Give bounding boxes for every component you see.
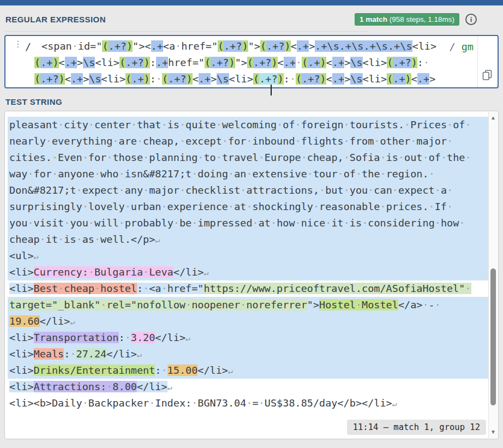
test-line: <li><b>Daily·Backpacker·Index:·BGN73.04·… [8, 395, 488, 411]
regex-input-editor[interactable]: ⋮ / / gm <span·id="(.+?)"><.+<a·href="(.… [4, 35, 499, 88]
test-line: way·for·anyone·who·isn&#8217;t·doing·an·… [8, 166, 488, 182]
scroll-up-arrow-icon[interactable]: ▲ [489, 113, 498, 123]
regex-flags-area: / gm [449, 39, 474, 55]
regex-panel-header: REGULAR EXPRESSION 1 match (958 steps, 1… [0, 5, 503, 30]
newline-glyph: ↵ [155, 235, 160, 245]
test-line: cities.·Even·for·those·planning·to·trave… [8, 150, 488, 166]
newline-glyph: ↵ [70, 317, 75, 327]
newline-glyph: ↵ [167, 383, 172, 392]
cursor-position-status: 11:14 — match 1, group 12 [347, 420, 486, 435]
regex-panel-title: REGULAR EXPRESSION [5, 15, 106, 24]
test-string-lines: pleasant·city·center·that·is·quite·welco… [5, 111, 488, 411]
test-line: <li>Transportation:·3.20</li>↵ [8, 330, 488, 346]
test-line: target="_blank"·rel="nofollow·noopener·n… [8, 297, 488, 313]
test-line: 19.60</li>↵ [8, 313, 488, 330]
test-string-header: TEST STRING [0, 88, 503, 111]
test-string-title: TEST STRING [5, 97, 62, 106]
top-accent-bar [0, 0, 503, 5]
newline-glyph: ↵ [392, 399, 397, 409]
scrollbar-thumb[interactable] [490, 268, 496, 405]
match-steps: (958 steps, 1.18ms) [387, 15, 454, 23]
info-icon[interactable]: i [465, 14, 477, 25]
test-line: Don&#8217;t·expect·any·major·checklist·a… [8, 182, 488, 199]
newline-glyph: ↵ [185, 333, 190, 343]
copy-regex-button[interactable] [481, 69, 494, 82]
test-line: <ul>↵ [8, 248, 488, 264]
vertical-scrollbar[interactable]: ▲ ▼ [488, 112, 498, 438]
match-result-badge[interactable]: 1 match (958 steps, 1.18ms) [355, 13, 459, 26]
newline-glyph: ↵ [137, 350, 142, 360]
test-string-editor[interactable]: pleasant·city·center·that·is·quite·welco… [4, 111, 499, 439]
regex-flags: gm [462, 41, 474, 52]
newline-glyph: ↵ [228, 366, 233, 376]
match-count: 1 match [360, 15, 387, 23]
regex-line: <span·id="(.+?)"><.+<a·href="(.+?)">(.+?… [41, 38, 476, 55]
copy-icon [481, 69, 493, 81]
regex-open-delimiter: / [25, 39, 31, 55]
test-line: you·visit·you·will·probably·be·impressed… [8, 215, 488, 231]
scroll-down-arrow-icon[interactable]: ▼ [489, 427, 498, 437]
test-line: cheap·it·is·as·well.</p>↵ [8, 231, 488, 248]
test-line: surprisingly·lovely·urban·experience·at·… [8, 199, 488, 215]
test-line: <li>Drinks/Entertainment:·15.00</li>↵ [8, 362, 488, 379]
regex-line: (.+?)<.+>\s<li>(.+):·(.+?)<.+>\s<li>(.+?… [34, 71, 476, 87]
flags-gap [456, 41, 462, 52]
test-line: <li>Best·cheap·hostel:·<a·href="https://… [8, 280, 488, 297]
test-line: <li>Meals:·27.24</li>↵ [8, 346, 488, 362]
newline-glyph: ↵ [203, 268, 208, 278]
test-line: nearly·everything·are·cheap,·except·for·… [8, 133, 488, 150]
test-line: <li>Attractions:·8.00</li>↵ [8, 379, 488, 395]
test-line: pleasant·city·center·that·is·quite·welco… [8, 117, 488, 133]
newline-glyph: ↵ [34, 252, 39, 261]
header-divider [5, 31, 369, 32]
regex-line: (.+)<.+>\s<li>(.+?):.+href="(.+?)">(.+?)… [34, 55, 476, 71]
regex-close-delimiter: / [449, 41, 455, 52]
regex-pattern-lines: <span·id="(.+?)"><.+<a·href="(.+?)">(.+?… [5, 36, 498, 87]
drag-handle-icon: ⋮ [14, 40, 22, 48]
editor-gutter-divider [477, 36, 478, 87]
test-line: <li>Currency:·Bulgaria·Leva</li>↵ [8, 264, 488, 280]
